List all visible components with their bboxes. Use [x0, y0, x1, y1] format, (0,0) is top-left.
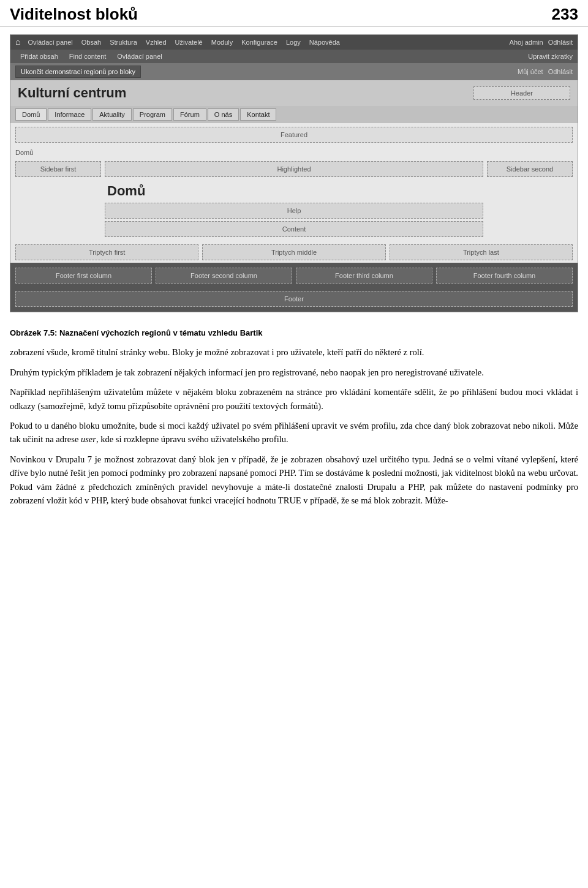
page-heading: Domů — [105, 179, 483, 203]
page-title: Viditelnost bloků — [10, 5, 138, 24]
nav-tab-forum[interactable]: Fórum — [173, 108, 206, 121]
nav-obsah[interactable]: Obsah — [78, 37, 105, 47]
triptych-last: Triptych last — [390, 244, 573, 260]
paragraph-3: Například nepřihlášeným uživatelům můžet… — [10, 385, 578, 413]
paragraph-1: zobrazení všude, kromě titulní stránky w… — [10, 345, 578, 359]
paragraph-2: Druhým typickým příkladem je tak zobraze… — [10, 366, 578, 379]
triptych-row: Triptych first Triptych middle Triptych … — [10, 239, 578, 263]
paragraph-5: Novinkou v Drupalu 7 je možnost zobrazov… — [10, 453, 578, 508]
nav-uzivatele[interactable]: Uživatelé — [172, 37, 206, 47]
three-column-layout: Sidebar first Highlighted Domů Help Cont… — [10, 159, 578, 239]
footer-col-3: Footer third column — [296, 268, 432, 284]
footer-inner: Footer — [15, 291, 573, 307]
footer-col-4: Footer fourth column — [436, 268, 573, 284]
content-region: Content — [105, 221, 483, 237]
nav-vzhled[interactable]: Vzhled — [142, 37, 170, 47]
footer-region: Footer — [10, 288, 578, 312]
nav-pridat-obsah[interactable]: Přidat obsah — [15, 51, 63, 61]
triptych-first: Triptych first — [15, 244, 198, 260]
triptych-middle: Triptych middle — [202, 244, 385, 260]
admin-right: Ahoj admin Odhlásit — [510, 39, 573, 46]
main-col: Highlighted Domů Help Content — [105, 161, 483, 237]
sidebar-first-col: Sidebar first — [15, 161, 101, 237]
nav-tab-informace[interactable]: Informace — [48, 108, 91, 121]
breadcrumb: Domů — [10, 146, 578, 159]
nav-tab-aktuality[interactable]: Aktuality — [92, 108, 132, 121]
figure-caption: Obrázek 7.5: Naznačení výchozích regionů… — [10, 327, 578, 339]
nav-struktura[interactable]: Struktura — [106, 37, 141, 47]
nav-logy[interactable]: Logy — [282, 37, 304, 47]
home-icon[interactable]: ⌂ — [15, 37, 20, 47]
page-number: 233 — [552, 5, 578, 24]
body-text: Obrázek 7.5: Naznačení výchozích regionů… — [0, 320, 588, 521]
paragraph-4: Pokud to u daného bloku umožníte, bude s… — [10, 419, 578, 446]
site-header: Kulturní centrum Header — [10, 80, 578, 106]
footer-col-1: Footer first column — [15, 268, 152, 284]
screenshot-container: ⌂ Ovládací panel Obsah Struktura Vzhled … — [10, 34, 578, 312]
sidebar-second-region: Sidebar second — [487, 161, 573, 177]
admin-user[interactable]: Ahoj admin — [510, 39, 543, 46]
admin-toolbar: ⌂ Ovládací panel Obsah Struktura Vzhled … — [10, 35, 578, 50]
admin-logout[interactable]: Odhlásit — [548, 39, 573, 46]
upravit-zkratky[interactable]: Upravit zkratky — [528, 53, 573, 60]
sidebar-first-region: Sidebar first — [15, 161, 101, 177]
nav-ovladaci-panel[interactable]: Ovládací panel — [24, 37, 76, 47]
nav-napoveda[interactable]: Nápověda — [306, 37, 344, 47]
footer-col-2: Footer second column — [156, 268, 292, 284]
site-title: Kulturní centrum — [18, 85, 126, 101]
demo-bar: Ukončit demonstraci regionů pro bloky Mů… — [10, 63, 578, 80]
nav-ovladaci-panel-2[interactable]: Ovládací panel — [112, 51, 167, 61]
nav-moduly[interactable]: Moduly — [208, 37, 236, 47]
nav-tab-o-nas[interactable]: O nás — [208, 108, 239, 121]
featured-region: Featured — [15, 127, 573, 143]
footer-columns-row: Footer first column Footer second column… — [10, 263, 578, 288]
logout-link[interactable]: Odhlásit — [548, 68, 573, 75]
nav-konfigurace[interactable]: Konfigurace — [238, 37, 281, 47]
nav-find-content[interactable]: Find content — [64, 51, 111, 61]
highlighted-region: Highlighted — [105, 161, 483, 177]
user-italic: user — [81, 434, 96, 444]
second-toolbar: Přidat obsah Find content Ovládací panel… — [10, 50, 578, 63]
sidebar-second-col: Sidebar second — [487, 161, 573, 237]
my-account-link[interactable]: Můj účet — [518, 68, 543, 75]
end-demo-button[interactable]: Ukončit demonstraci regionů pro bloky — [15, 66, 141, 78]
site-area: Kulturní centrum Header Domů Informace A… — [10, 80, 578, 312]
demo-right: Můj účet Odhlásit — [518, 68, 573, 75]
header-region: Header — [473, 86, 570, 100]
nav-tab-program[interactable]: Program — [133, 108, 172, 121]
nav-tab-kontakt[interactable]: Kontakt — [240, 108, 276, 121]
site-navigation: Domů Informace Aktuality Program Fórum O… — [10, 106, 578, 123]
nav-tab-domu[interactable]: Domů — [15, 108, 47, 121]
help-region: Help — [105, 203, 483, 219]
page-header: Viditelnost bloků 233 — [0, 0, 588, 27]
